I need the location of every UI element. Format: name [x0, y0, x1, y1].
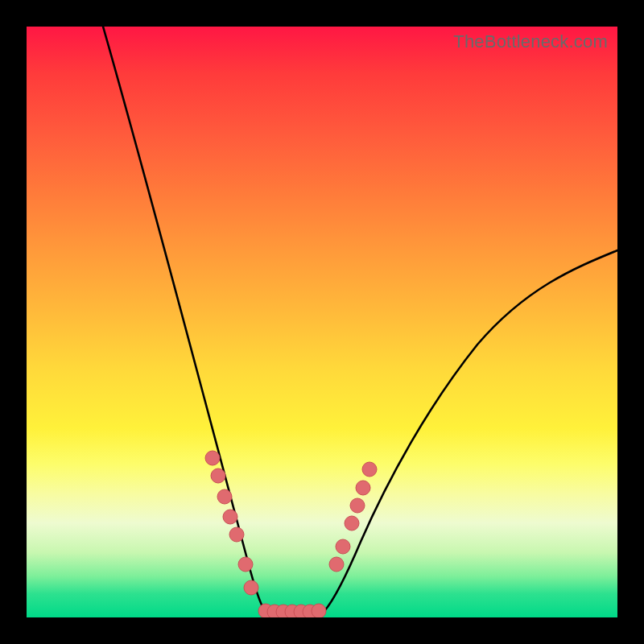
curve-right	[324, 250, 617, 611]
bottleneck-curve	[27, 27, 617, 617]
svg-point-16	[345, 516, 359, 530]
plot-area: TheBottleneck.com	[27, 27, 617, 617]
svg-point-2	[217, 489, 232, 504]
chart-frame: TheBottleneck.com	[0, 0, 644, 644]
svg-point-17	[350, 498, 365, 513]
svg-point-19	[362, 462, 377, 477]
curve-left	[103, 27, 265, 611]
svg-point-18	[356, 481, 370, 495]
data-markers	[205, 451, 377, 617]
svg-point-3	[223, 510, 237, 524]
svg-point-13	[312, 604, 326, 617]
svg-point-1	[211, 469, 225, 483]
svg-point-5	[238, 557, 253, 572]
svg-point-0	[205, 451, 220, 465]
svg-point-14	[329, 557, 344, 572]
svg-point-15	[336, 539, 350, 554]
svg-point-6	[244, 580, 258, 595]
svg-point-4	[229, 527, 244, 542]
